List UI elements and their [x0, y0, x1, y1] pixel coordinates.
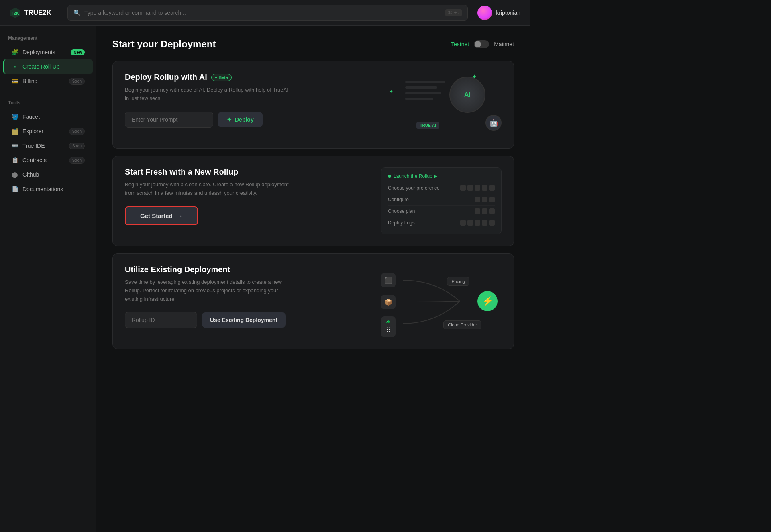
rollup-icons-3 [475, 208, 495, 214]
existing-deployment-card: Utilize Existing Deployment Save time by… [112, 253, 514, 349]
rollup-step-logs: Deploy Logs [388, 217, 495, 228]
deploy-sparkle-icon: ✦ [227, 116, 232, 123]
flow-icon-4: ⠿ [381, 323, 396, 337]
ai-line-2 [405, 86, 437, 89]
arrow-right-icon: → [177, 212, 183, 219]
mini-icon-6 [475, 197, 480, 202]
rollup-id-input[interactable] [125, 312, 197, 328]
network-toggle[interactable]: Testnet Mainnet [451, 40, 514, 48]
billing-icon: 💳 [11, 77, 18, 85]
sidebar-item-billing-label: Billing [22, 78, 37, 84]
rollup-icons-4 [460, 220, 495, 226]
mini-icon-16 [489, 220, 495, 226]
ai-circle: AI [449, 77, 485, 113]
mini-icon-10 [482, 208, 487, 214]
mini-icon-14 [475, 220, 480, 226]
search-input[interactable] [84, 10, 441, 16]
rollup-icons-2 [475, 197, 495, 202]
ai-lines [405, 81, 445, 103]
mini-icon-7 [482, 197, 487, 202]
mini-icon-13 [467, 220, 473, 226]
sidebar-item-explorer[interactable]: 🗂️ Explorer Soon [3, 124, 93, 139]
existing-card-title: Utilize Existing Deployment [125, 265, 369, 274]
sidebar-item-github[interactable]: ⬤ Github [3, 167, 93, 182]
mini-icon-1 [460, 185, 466, 191]
ai-label: AI [464, 91, 471, 98]
sidebar-item-contracts-label: Contracts [22, 157, 47, 163]
flow-icon-2: 📦 [381, 295, 396, 309]
ai-line-4 [405, 98, 433, 100]
rollup-step-preference: Choose your preference [388, 182, 495, 194]
sidebar-item-faucet-label: Faucet [22, 114, 40, 120]
mini-icon-11 [489, 208, 495, 214]
badge-soon-explorer: Soon [69, 128, 85, 135]
get-started-button[interactable]: Get Started → [125, 206, 198, 225]
sidebar: Management 🧩 Deployments New ▪ Create Ro… [0, 26, 96, 532]
user-info[interactable]: kriptonian [477, 6, 520, 20]
main-content: Start your Deployment Testnet Mainnet De… [96, 26, 530, 532]
faucet-icon: 🪣 [11, 113, 18, 120]
ai-card-desc: Begin your journey with ease of AI. Depl… [125, 86, 294, 103]
layout: Management 🧩 Deployments New ▪ Create Ro… [0, 26, 530, 532]
launch-label: Launch the Rollup ▶ [388, 173, 495, 179]
rollup-icons-1 [460, 185, 495, 191]
trueai-label: TRUE-AI [416, 122, 439, 129]
sidebar-item-billing[interactable]: 💳 Billing Soon [3, 74, 93, 88]
lightning-icon: ⚡ [477, 291, 498, 311]
mini-icon-4 [482, 185, 487, 191]
flow-icon-1: ⬛ [381, 273, 396, 287]
ai-input-row: ✦ Deploy [125, 112, 369, 128]
contracts-icon: 📋 [11, 157, 18, 164]
sparkle-icon-2: ✦ [389, 89, 393, 94]
sidebar-item-faucet[interactable]: 🪣 Faucet [3, 110, 93, 124]
sidebar-divider-1 [8, 94, 88, 94]
sidebar-item-true-ide[interactable]: ⌨️ True IDE Soon [3, 139, 93, 153]
use-existing-button[interactable]: Use Existing Deployment [202, 312, 286, 328]
badge-new: New [71, 49, 85, 55]
toggle-knob [475, 41, 481, 47]
network-mainnet-label: Mainnet [494, 41, 514, 47]
avatar [477, 6, 492, 20]
ai-line-3 [405, 92, 441, 94]
management-label: Management [0, 35, 96, 45]
fresh-card-title: Start Fresh with a New Rollup [125, 167, 369, 177]
ai-deploy-card: Deploy Rollup with AI + Beta Begin your … [112, 61, 514, 149]
ai-line-1 [405, 81, 445, 83]
explorer-icon: 🗂️ [11, 128, 18, 135]
toggle-switch[interactable] [474, 40, 489, 48]
badge-soon-billing: Soon [69, 78, 85, 85]
docs-icon: 📄 [11, 185, 18, 193]
mini-icon-15 [482, 220, 487, 226]
sidebar-item-docs-label: Documentations [22, 186, 63, 192]
sidebar-item-create-rollup-label: Create Roll-Up [22, 63, 60, 70]
logo[interactable]: T2K TRUE2K [10, 7, 58, 18]
robot-icon: 🤖 [485, 115, 502, 131]
deploy-button[interactable]: ✦ Deploy [218, 112, 263, 127]
sidebar-item-docs[interactable]: 📄 Documentations [3, 182, 93, 196]
mini-icon-5 [489, 185, 495, 191]
prompt-input[interactable] [125, 112, 213, 128]
ai-card-content: Deploy Rollup with AI + Beta Begin your … [125, 73, 369, 128]
sidebar-item-deployments-label: Deployments [22, 49, 55, 55]
logo-text: TRUE2K [24, 9, 51, 17]
sidebar-item-deployments[interactable]: 🧩 Deployments New [3, 45, 93, 59]
rollup-step-configure: Configure [388, 194, 495, 206]
existing-deployment-visual: ⬛ 📦 💲 ⠿ Pricing Cloud Provider ⚡ [381, 265, 502, 337]
sidebar-item-contracts[interactable]: 📋 Contracts Soon [3, 153, 93, 167]
beta-badge: + Beta [211, 74, 232, 81]
existing-card-desc: Save time by leveraging existing deploym… [125, 278, 294, 303]
true-ide-icon: ⌨️ [11, 142, 18, 149]
mini-icon-2 [467, 185, 473, 191]
launch-dot [388, 175, 391, 178]
github-icon: ⬤ [11, 171, 18, 178]
logo-icon: T2K [10, 7, 21, 18]
search-bar[interactable]: 🔍 ⌘ + / [67, 5, 468, 21]
sidebar-item-explorer-label: Explorer [22, 128, 43, 135]
rollup-steps-visual: Launch the Rollup ▶ Choose your preferen… [381, 167, 502, 234]
sidebar-item-github-label: Github [22, 171, 39, 178]
pricing-box: Pricing [447, 277, 469, 286]
sidebar-item-create-rollup[interactable]: ▪ Create Roll-Up [3, 59, 93, 74]
mini-icon-8 [489, 197, 495, 202]
fresh-rollup-card: Start Fresh with a New Rollup Begin your… [112, 156, 514, 246]
mini-icon-9 [475, 208, 480, 214]
